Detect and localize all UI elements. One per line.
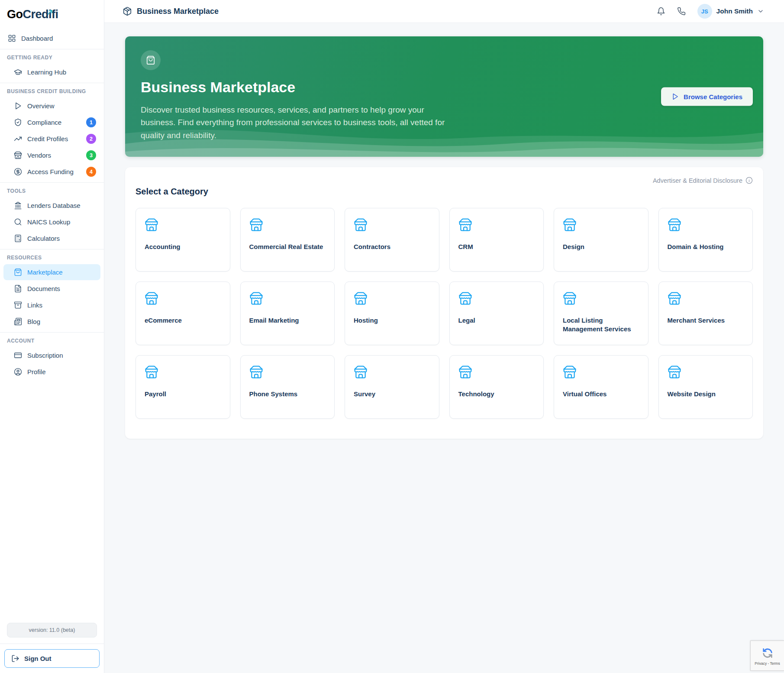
- category-label: CRM: [458, 243, 535, 251]
- store-icon: [354, 365, 430, 379]
- category-label: Contractors: [354, 243, 430, 251]
- sidebar-item-dashboard[interactable]: Dashboard: [3, 30, 100, 46]
- category-label: Commercial Real Estate: [249, 243, 326, 251]
- sidebar-item-blog[interactable]: Blog: [3, 314, 100, 330]
- store-icon: [458, 365, 535, 379]
- sidebar-item-label: Documents: [27, 285, 96, 292]
- sidebar-section-business-credit-building: BUSINESS CREDIT BUILDINGOverviewComplian…: [0, 83, 104, 180]
- category-card-accounting[interactable]: Accounting: [136, 208, 230, 272]
- category-card-ecommerce[interactable]: eCommerce: [136, 281, 230, 345]
- store-icon: [14, 151, 22, 159]
- content: Business Marketplace Discover trusted bu…: [104, 23, 784, 452]
- category-card-website-design[interactable]: Website Design: [658, 355, 753, 419]
- sidebar-item-label: Lenders Database: [27, 202, 96, 209]
- category-panel: Advertiser & Editorial Disclosure Select…: [125, 167, 763, 439]
- sidebar-item-profile[interactable]: Profile: [3, 364, 100, 380]
- category-label: Website Design: [668, 390, 744, 398]
- category-card-contractors[interactable]: Contractors: [345, 208, 439, 272]
- category-card-virtual-offices[interactable]: Virtual Offices: [554, 355, 648, 419]
- sidebar-item-label: Marketplace: [27, 269, 96, 276]
- hero-title: Business Marketplace: [141, 79, 748, 96]
- sidebar-item-label: Subscription: [27, 352, 96, 359]
- count-badge: 1: [86, 117, 96, 127]
- store-icon: [563, 218, 639, 232]
- sidebar-item-label: Dashboard: [21, 35, 96, 42]
- notifications-bell-icon[interactable]: [657, 7, 665, 16]
- hero-description: Discover trusted business resources, ser…: [141, 104, 446, 142]
- sidebar-item-access-funding[interactable]: Access Funding4: [3, 164, 100, 180]
- sidebar-section-title: BUSINESS CREDIT BUILDING: [0, 83, 104, 97]
- page-title: Business Marketplace: [123, 6, 219, 16]
- page-title-text: Business Marketplace: [137, 7, 219, 16]
- category-card-hosting[interactable]: Hosting: [345, 281, 439, 345]
- sidebar-item-label: Learning Hub: [27, 68, 96, 76]
- store-icon: [249, 218, 326, 232]
- browse-categories-label: Browse Categories: [684, 93, 742, 100]
- sidebar-item-credit-profiles[interactable]: Credit Profiles2: [3, 131, 100, 147]
- user-menu[interactable]: JS John Smith: [697, 4, 764, 19]
- sidebar-section-title: TOOLS: [0, 183, 104, 197]
- browse-categories-button[interactable]: Browse Categories: [661, 87, 753, 106]
- sidebar-item-naics-lookup[interactable]: NAICS Lookup: [3, 214, 100, 230]
- sidebar-item-label: NAICS Lookup: [27, 218, 96, 226]
- sidebar-item-label: Access Funding: [27, 168, 81, 175]
- sidebar-item-subscription[interactable]: Subscription: [3, 347, 100, 363]
- category-card-local-listing-management-services[interactable]: Local Listing Management Services: [554, 281, 648, 345]
- sidebar-item-label: Calculators: [27, 235, 96, 242]
- category-label: Payroll: [145, 390, 221, 398]
- recaptcha-logo-icon: [761, 646, 774, 660]
- category-card-technology[interactable]: Technology: [449, 355, 544, 419]
- category-card-design[interactable]: Design: [554, 208, 648, 272]
- version-badge: version: 11.0 (beta): [7, 623, 97, 637]
- sidebar-item-label: Vendors: [27, 152, 81, 159]
- category-card-payroll[interactable]: Payroll: [136, 355, 230, 419]
- category-card-phone-systems[interactable]: Phone Systems: [240, 355, 335, 419]
- category-card-survey[interactable]: Survey: [345, 355, 439, 419]
- count-badge: 4: [86, 167, 96, 177]
- sidebar-footer: version: 11.0 (beta) Sign Out: [0, 623, 104, 673]
- count-badge: 3: [86, 150, 96, 160]
- sidebar-item-vendors[interactable]: Vendors3: [3, 147, 100, 163]
- sidebar-item-calculators[interactable]: Calculators: [3, 230, 100, 246]
- shield-check-icon: [14, 118, 22, 126]
- sidebar-item-learning-hub[interactable]: Learning Hub: [3, 64, 100, 80]
- recaptcha-badge[interactable]: Privacy - Terms: [750, 641, 784, 671]
- store-icon: [145, 218, 221, 232]
- category-label: Merchant Services: [668, 316, 744, 325]
- store-icon: [458, 218, 535, 232]
- shopping-bag-icon: [141, 50, 161, 70]
- sidebar-item-compliance[interactable]: Compliance1: [3, 114, 100, 130]
- store-icon: [563, 365, 639, 379]
- category-card-email-marketing[interactable]: Email Marketing: [240, 281, 335, 345]
- category-card-domain-hosting[interactable]: Domain & Hosting: [658, 208, 753, 272]
- calculator-icon: [14, 234, 22, 243]
- sidebar-section-getting-ready: GETTING READYLearning Hub: [0, 49, 104, 80]
- category-card-crm[interactable]: CRM: [449, 208, 544, 272]
- user-name: John Smith: [716, 7, 753, 15]
- sign-out-label: Sign Out: [24, 655, 52, 662]
- sidebar-item-links[interactable]: Links: [3, 297, 100, 313]
- store-icon: [563, 291, 639, 305]
- phone-icon[interactable]: [677, 7, 686, 16]
- category-label: Phone Systems: [249, 390, 326, 398]
- store-icon: [145, 365, 221, 379]
- section-title: Select a Category: [136, 187, 753, 197]
- sidebar-item-overview[interactable]: Overview: [3, 98, 100, 114]
- sign-out-button[interactable]: Sign Out: [4, 649, 100, 668]
- sidebar-item-marketplace[interactable]: Marketplace: [3, 264, 100, 280]
- app-root: GoCredifi Dashboard GETTING READYLearnin…: [0, 0, 784, 673]
- sidebar-section-title: RESOURCES: [0, 249, 104, 264]
- layout-grid-icon: [8, 34, 16, 42]
- landmark-icon: [14, 201, 22, 210]
- category-label: Technology: [458, 390, 535, 398]
- disclosure-link[interactable]: Advertiser & Editorial Disclosure: [136, 177, 753, 184]
- sidebar-item-label: Profile: [27, 368, 96, 375]
- sidebar-item-documents[interactable]: Documents: [3, 281, 100, 297]
- category-card-merchant-services[interactable]: Merchant Services: [658, 281, 753, 345]
- category-card-commercial-real-estate[interactable]: Commercial Real Estate: [240, 208, 335, 272]
- store-icon: [354, 291, 430, 305]
- hero-banner: Business Marketplace Discover trusted bu…: [125, 36, 763, 157]
- sidebar-item-lenders-database[interactable]: Lenders Database: [3, 197, 100, 214]
- brand-logo[interactable]: GoCredifi: [0, 0, 104, 28]
- category-card-legal[interactable]: Legal: [449, 281, 544, 345]
